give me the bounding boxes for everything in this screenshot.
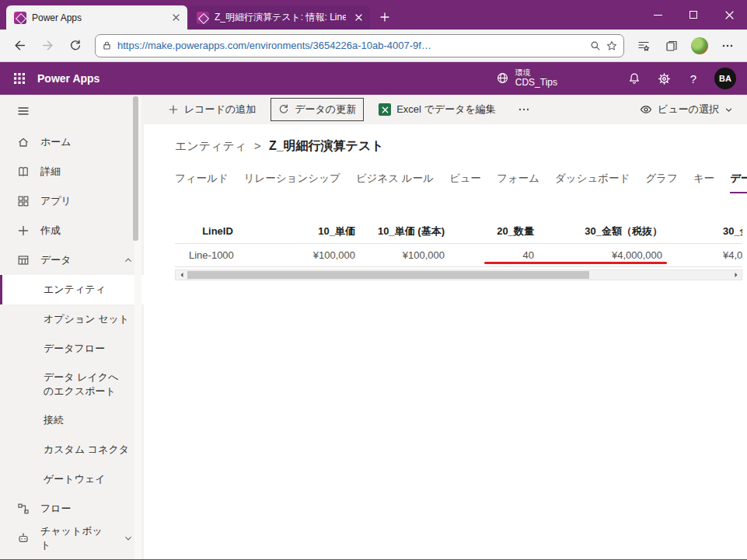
zoom-icon[interactable]: [590, 40, 601, 51]
command-overflow-button[interactable]: [511, 99, 537, 120]
column-header-unit-price-base[interactable]: 10_単価 (基本): [361, 220, 451, 243]
scroll-right-arrow[interactable]: [730, 270, 742, 280]
cell-unit-price[interactable]: ¥100,000: [260, 243, 361, 266]
new-tab-button[interactable]: [373, 6, 396, 28]
chevron-down-icon: [724, 106, 733, 114]
sidebar-item-label: 作成: [40, 224, 61, 238]
tab-close-button[interactable]: [351, 11, 365, 25]
settings-button[interactable]: [651, 65, 677, 92]
edit-in-excel-button[interactable]: Excel でデータを編集: [372, 99, 503, 120]
sidebar-item-option-sets[interactable]: オプション セット: [0, 304, 144, 334]
scrollbar-thumb[interactable]: [187, 271, 589, 279]
chevron-down-icon: [124, 534, 133, 543]
sidebar-item-export-to-data-lake[interactable]: データ レイクへのエクスポート: [0, 363, 144, 405]
help-button[interactable]: ?: [680, 65, 707, 92]
tab-close-button[interactable]: [169, 11, 183, 25]
breadcrumb-entities-link[interactable]: エンティティ: [175, 139, 246, 154]
browser-navbar: https://make.powerapps.com/environments/…: [0, 30, 747, 62]
close-icon: [725, 11, 734, 19]
minimize-button[interactable]: [640, 0, 675, 30]
profile-button[interactable]: [686, 33, 713, 58]
refresh-icon: [278, 104, 289, 115]
address-bar[interactable]: https://make.powerapps.com/environments/…: [95, 34, 624, 57]
tab-dashboards[interactable]: ダッシュボード: [555, 172, 630, 193]
tab-title: Z_明細行演算テスト: 情報: Line-10: [215, 11, 346, 24]
column-header-lineid[interactable]: LineID: [175, 220, 260, 243]
sidebar-item-chatbots[interactable]: チャットボット: [0, 523, 144, 553]
sidebar-item-entities[interactable]: エンティティ: [0, 275, 144, 304]
sidebar-item-custom-connectors[interactable]: カスタム コネクタ: [0, 435, 144, 464]
maximize-icon: [689, 11, 697, 19]
cell-unit-price-base[interactable]: ¥100,000: [361, 243, 451, 266]
user-avatar[interactable]: BA: [714, 68, 736, 89]
tab-data[interactable]: データ: [730, 172, 747, 193]
back-button[interactable]: [6, 33, 33, 58]
excel-icon: [379, 103, 391, 116]
cell-truncated[interactable]: ¥4,0: [668, 243, 742, 266]
refresh-data-button[interactable]: データの更新: [271, 98, 364, 121]
sidebar-collapse-button[interactable]: [0, 95, 144, 127]
favorite-star-icon[interactable]: [606, 40, 617, 51]
sidebar-item-home[interactable]: ホーム: [0, 127, 144, 157]
horizontal-scrollbar[interactable]: [175, 270, 742, 280]
powerapps-favicon: [14, 12, 26, 24]
home-icon: [17, 136, 30, 148]
sidebar-item-gateways[interactable]: ゲートウェイ: [0, 464, 144, 494]
sidebar-item-label: データフロー: [44, 342, 105, 356]
browser-tab-powerapps[interactable]: Power Apps: [6, 5, 187, 30]
collections-button[interactable]: [658, 33, 685, 58]
sidebar-scrollbar-thumb[interactable]: [133, 96, 138, 241]
forward-button[interactable]: [34, 33, 61, 58]
gear-icon: [658, 72, 671, 85]
data-grid: LineID 10_単価 10_単価 (基本) 20_数量 30_金額（税抜） …: [175, 220, 742, 267]
maximize-button[interactable]: [675, 0, 711, 30]
scroll-left-arrow[interactable]: [176, 270, 187, 280]
tab-keys[interactable]: キー: [693, 172, 714, 193]
profile-avatar: [691, 37, 708, 54]
sidebar-item-connections[interactable]: 接続: [0, 405, 144, 435]
tab-forms[interactable]: フォーム: [497, 172, 539, 193]
url-input[interactable]: https://make.powerapps.com/environments/…: [117, 40, 585, 51]
command-bar: レコードの追加 データの更新 Excel でデータを編集 ビューの選択: [144, 95, 747, 124]
select-view-button[interactable]: ビューの選択: [637, 99, 736, 120]
refresh-button[interactable]: [62, 33, 89, 58]
sidebar-item-label: データ: [40, 253, 72, 267]
lock-icon[interactable]: [102, 40, 112, 50]
bot-icon: [17, 532, 30, 544]
tab-charts[interactable]: グラフ: [645, 172, 677, 193]
favorites-bar-button[interactable]: [630, 33, 657, 58]
column-header-unit-price[interactable]: 10_単価: [260, 220, 361, 243]
column-header-amount-excl-tax[interactable]: 30_金額（税抜）: [540, 220, 668, 243]
scrollbar-track[interactable]: [187, 270, 730, 280]
sidebar-item-create[interactable]: 作成: [0, 216, 144, 245]
tab-fields[interactable]: フィールド: [175, 172, 229, 193]
close-window-button[interactable]: [711, 0, 747, 30]
tab-business-rules[interactable]: ビジネス ルール: [356, 172, 434, 193]
sidebar-item-dataflows[interactable]: データフロー: [0, 334, 144, 363]
sidebar-item-apps[interactable]: アプリ: [0, 186, 144, 216]
browser-tab-record[interactable]: Z_明細行演算テスト: 情報: Line-10: [189, 5, 370, 30]
app-launcher-button[interactable]: [3, 62, 36, 95]
sidebar-item-label: カスタム コネクタ: [44, 443, 129, 457]
add-record-button[interactable]: レコードの追加: [161, 99, 263, 120]
plus-icon: [380, 12, 389, 22]
sidebar-item-flows[interactable]: フロー: [0, 494, 144, 523]
hamburger-icon: [17, 105, 30, 117]
column-header-truncated[interactable]: 30_金: [668, 220, 742, 243]
sidebar-item-data[interactable]: データ: [0, 245, 144, 275]
tab-views[interactable]: ビュー: [449, 172, 481, 193]
waffle-icon: [13, 72, 26, 85]
sidebar-item-learn[interactable]: 詳細: [0, 157, 144, 186]
sidebar-scrollbar[interactable]: [134, 95, 141, 559]
forward-icon: [41, 39, 54, 52]
cell-lineid[interactable]: Line-1000: [175, 243, 260, 266]
flow-icon: [17, 503, 30, 515]
notifications-button[interactable]: [621, 65, 648, 92]
tab-relationships[interactable]: リレーションシップ: [244, 172, 340, 193]
environment-picker[interactable]: 環境 CDS_Tips: [496, 68, 557, 88]
sidebar-item-label: エンティティ: [44, 283, 106, 297]
column-header-quantity[interactable]: 20_数量: [451, 220, 540, 243]
sidebar-item-label: 詳細: [40, 165, 61, 179]
browser-menu-button[interactable]: [714, 33, 741, 58]
sidebar-item-label: ホーム: [40, 135, 72, 149]
